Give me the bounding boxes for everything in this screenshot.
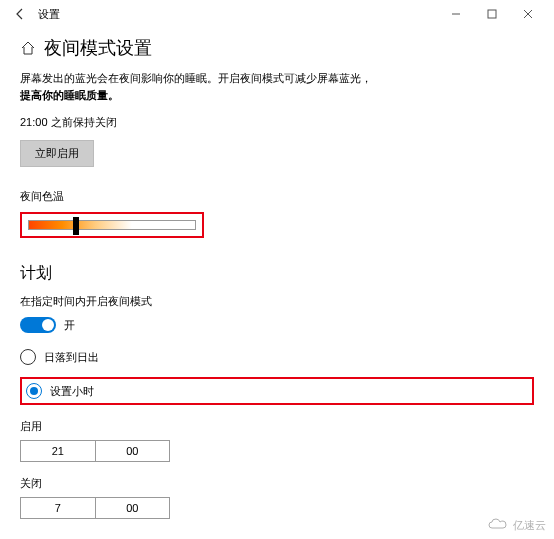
minimize-button[interactable] [438,2,474,26]
radio-sunset-sunrise[interactable]: 日落到日出 [20,349,534,365]
radio-highlight: 设置小时 [20,377,534,405]
off-time-picker[interactable]: 7 00 [20,497,170,519]
toggle-label: 开 [64,318,75,333]
back-button[interactable] [8,2,32,26]
off-time-label: 关闭 [20,476,534,491]
close-button[interactable] [510,2,546,26]
watermark: 亿速云 [487,517,546,533]
schedule-toggle[interactable] [20,317,56,333]
status-text: 21:00 之前保持关闭 [20,115,534,130]
on-minute[interactable]: 00 [96,441,170,461]
schedule-sub: 在指定时间内开启夜间模式 [20,294,534,309]
on-time-label: 启用 [20,419,534,434]
slider-thumb[interactable] [73,217,79,235]
maximize-button[interactable] [474,2,510,26]
on-time-picker[interactable]: 21 00 [20,440,170,462]
page-title: 夜间模式设置 [44,36,152,60]
enable-now-button[interactable]: 立即启用 [20,140,94,167]
on-hour[interactable]: 21 [21,441,96,461]
color-temp-slider[interactable] [28,220,196,230]
cloud-icon [487,517,509,533]
description: 屏幕发出的蓝光会在夜间影响你的睡眠。开启夜间模式可减少屏幕蓝光， 提高你的睡眠质… [20,70,534,103]
window-title: 设置 [38,7,60,22]
color-temp-label: 夜间色温 [20,189,534,204]
home-icon[interactable] [20,40,36,56]
schedule-title: 计划 [20,263,534,284]
svg-rect-1 [488,10,496,18]
radio-set-hours[interactable]: 设置小时 [26,383,94,399]
off-hour[interactable]: 7 [21,498,96,518]
slider-highlight [20,212,204,238]
off-minute[interactable]: 00 [96,498,170,518]
